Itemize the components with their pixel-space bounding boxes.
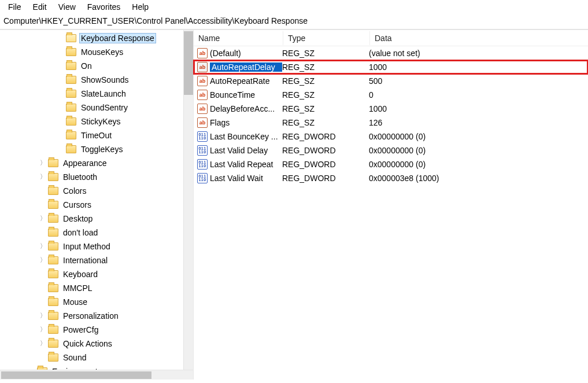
value-type: REG_SZ bbox=[282, 76, 369, 86]
tree-item[interactable]: Colors bbox=[0, 184, 183, 198]
value-name: Last BounceKey ... bbox=[210, 132, 282, 141]
expand-caret-icon[interactable]: 〉 bbox=[38, 242, 48, 251]
tree-item[interactable]: StickyKeys bbox=[0, 115, 183, 128]
tree-item[interactable]: 〉Desktop bbox=[0, 212, 183, 226]
folder-icon bbox=[48, 159, 58, 167]
value-row[interactable]: 011110Last Valid RepeatREG_DWORD0x000000… bbox=[194, 157, 588, 171]
expand-caret-icon[interactable]: 〉 bbox=[38, 173, 48, 182]
value-type: REG_SZ bbox=[282, 104, 369, 113]
expand-caret-icon[interactable]: 〉 bbox=[38, 215, 48, 223]
tree-item-label: Sound bbox=[62, 353, 87, 362]
tree-item[interactable]: SoundSentry bbox=[0, 101, 183, 115]
menu-favorites[interactable]: Favorites bbox=[82, 1, 127, 13]
expand-caret-icon[interactable]: 〉 bbox=[38, 159, 48, 168]
value-name: Last Valid Delay bbox=[210, 146, 282, 155]
expand-caret-icon[interactable]: 〉 bbox=[38, 312, 48, 321]
column-header-name[interactable]: Name bbox=[194, 31, 283, 45]
tree-item-label: MouseKeys bbox=[80, 47, 124, 57]
folder-icon bbox=[66, 117, 76, 126]
dword-value-icon: 011110 bbox=[197, 131, 208, 142]
tree-item-label: ShowSounds bbox=[80, 75, 130, 84]
value-row[interactable]: BounceTimeREG_SZ0 bbox=[194, 88, 588, 102]
scrollbar-thumb[interactable] bbox=[1, 371, 151, 379]
tree-item-label: SoundSentry bbox=[80, 103, 129, 112]
tree-item[interactable]: 〉Appearance bbox=[0, 156, 183, 170]
column-headers: Name Type Data bbox=[194, 30, 588, 46]
folder-icon bbox=[48, 298, 58, 306]
string-value-icon bbox=[197, 76, 208, 86]
folder-icon bbox=[66, 104, 76, 112]
folder-icon bbox=[48, 187, 58, 195]
value-row[interactable]: 011110Last Valid WaitREG_DWORD0x000003e8… bbox=[194, 171, 588, 185]
tree-item[interactable]: Mouse bbox=[0, 295, 183, 309]
value-type: REG_SZ bbox=[282, 62, 369, 72]
tree-item-label: TimeOut bbox=[80, 131, 113, 140]
menu-edit[interactable]: Edit bbox=[27, 1, 53, 13]
value-type: REG_SZ bbox=[282, 118, 369, 127]
menu-view[interactable]: View bbox=[53, 1, 82, 13]
value-row[interactable]: FlagsREG_SZ126 bbox=[194, 116, 588, 130]
folder-icon bbox=[66, 62, 76, 70]
folder-icon bbox=[48, 312, 58, 320]
registry-tree[interactable]: Keyboard ResponseMouseKeysOnShowSoundsSl… bbox=[0, 30, 183, 370]
value-row[interactable]: 011110Last BounceKey ...REG_DWORD0x00000… bbox=[194, 130, 588, 143]
tree-item[interactable]: Environment bbox=[0, 364, 183, 370]
tree-item[interactable]: Keyboard bbox=[0, 267, 183, 281]
column-header-data[interactable]: Data bbox=[370, 31, 588, 45]
tree-horizontal-scrollbar[interactable] bbox=[0, 370, 193, 380]
value-name: DelayBeforeAcc... bbox=[210, 104, 282, 113]
value-data: 500 bbox=[369, 76, 588, 86]
menu-help[interactable]: Help bbox=[126, 1, 154, 13]
tree-item[interactable]: On bbox=[0, 59, 183, 73]
tree-vertical-scrollbar[interactable] bbox=[183, 30, 193, 370]
tree-item-label: MMCPL bbox=[62, 283, 94, 293]
value-type: REG_DWORD bbox=[282, 132, 369, 141]
value-row[interactable]: AutoRepeatRateREG_SZ500 bbox=[194, 74, 588, 88]
tree-item[interactable]: don't load bbox=[0, 226, 183, 240]
scrollbar-thumb[interactable] bbox=[184, 31, 193, 95]
dword-value-icon: 011110 bbox=[197, 145, 208, 156]
value-row[interactable]: DelayBeforeAcc...REG_SZ1000 bbox=[194, 102, 588, 116]
tree-item-label: SlateLaunch bbox=[80, 89, 127, 98]
column-header-type[interactable]: Type bbox=[283, 31, 370, 45]
tree-pane: Keyboard ResponseMouseKeysOnShowSoundsSl… bbox=[0, 30, 194, 380]
menu-file[interactable]: File bbox=[2, 1, 27, 13]
content-area: Keyboard ResponseMouseKeysOnShowSoundsSl… bbox=[0, 30, 588, 380]
tree-item[interactable]: Cursors bbox=[0, 198, 183, 212]
address-bar[interactable]: Computer\HKEY_CURRENT_USER\Control Panel… bbox=[0, 14, 588, 30]
tree-item-label: Appearance bbox=[62, 159, 108, 168]
tree-item[interactable]: MMCPL bbox=[0, 281, 183, 295]
dword-value-icon: 011110 bbox=[197, 159, 208, 170]
tree-item[interactable]: 〉Bluetooth bbox=[0, 170, 183, 184]
value-row[interactable]: 011110Last Valid DelayREG_DWORD0x0000000… bbox=[194, 143, 588, 157]
menubar: FileEditViewFavoritesHelp bbox=[0, 0, 588, 14]
expand-caret-icon[interactable]: 〉 bbox=[38, 340, 48, 348]
value-data: 0x00000000 (0) bbox=[369, 160, 588, 169]
expand-caret-icon[interactable]: 〉 bbox=[38, 326, 48, 334]
tree-item[interactable]: MouseKeys bbox=[0, 45, 183, 59]
folder-icon bbox=[66, 48, 76, 56]
value-row[interactable]: AutoRepeatDelayREG_SZ1000 bbox=[194, 60, 588, 74]
folder-icon bbox=[66, 34, 76, 42]
value-row[interactable]: (Default)REG_SZ(value not set) bbox=[194, 46, 588, 60]
tree-item[interactable]: 〉Input Method bbox=[0, 240, 183, 253]
tree-item[interactable]: ShowSounds bbox=[0, 73, 183, 87]
tree-item[interactable]: 〉Quick Actions bbox=[0, 337, 183, 351]
folder-icon bbox=[48, 326, 58, 334]
tree-item[interactable]: Sound bbox=[0, 351, 183, 364]
tree-item-label: don't load bbox=[62, 228, 99, 237]
tree-item[interactable]: TimeOut bbox=[0, 128, 183, 142]
folder-icon bbox=[48, 201, 58, 209]
string-value-icon bbox=[197, 62, 208, 72]
tree-item[interactable]: SlateLaunch bbox=[0, 87, 183, 101]
value-data: 0x000003e8 (1000) bbox=[369, 174, 588, 183]
tree-item[interactable]: 〉Personalization bbox=[0, 309, 183, 323]
value-name: Last Valid Wait bbox=[210, 174, 282, 183]
tree-item[interactable]: 〉International bbox=[0, 253, 183, 267]
tree-item-label: Mouse bbox=[62, 297, 88, 307]
value-type: REG_DWORD bbox=[282, 146, 369, 155]
expand-caret-icon[interactable]: 〉 bbox=[38, 256, 48, 265]
tree-item[interactable]: ToggleKeys bbox=[0, 142, 183, 156]
tree-item[interactable]: Keyboard Response bbox=[0, 31, 183, 45]
tree-item[interactable]: 〉PowerCfg bbox=[0, 323, 183, 337]
